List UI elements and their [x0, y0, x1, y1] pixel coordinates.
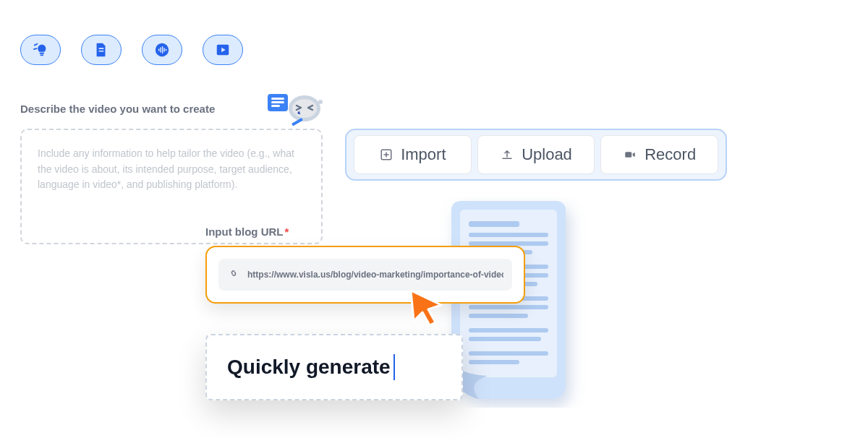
video-play-icon	[215, 42, 231, 58]
svg-rect-3	[98, 51, 103, 52]
record-button[interactable]: Record	[600, 135, 718, 174]
describe-prompt-label: Describe the video you want to create	[20, 103, 215, 115]
upload-button[interactable]: Upload	[477, 135, 595, 174]
svg-rect-39	[469, 360, 519, 364]
blog-url-input[interactable]: https://www.visla.us/blog/video-marketin…	[218, 259, 512, 291]
source-tabs	[20, 35, 243, 65]
svg-rect-37	[469, 337, 541, 341]
svg-rect-23	[625, 152, 631, 158]
svg-rect-9	[166, 49, 166, 51]
svg-rect-1	[41, 54, 44, 56]
tab-audio[interactable]	[142, 35, 182, 65]
audio-wave-icon	[154, 42, 170, 58]
svg-rect-15	[271, 105, 280, 107]
blog-url-input-card: https://www.visla.us/blog/video-marketin…	[205, 246, 525, 304]
svg-rect-34	[469, 305, 548, 309]
describe-placeholder: Include any information to help tailor t…	[38, 146, 305, 193]
generating-text: Quickly generate	[227, 356, 391, 379]
idea-lightbulb-icon	[33, 42, 48, 58]
record-camera-icon	[623, 147, 637, 162]
svg-rect-2	[98, 48, 103, 49]
import-plus-icon	[379, 147, 393, 162]
tab-document[interactable]	[81, 35, 122, 65]
upload-button-label: Upload	[522, 145, 572, 164]
document-icon	[93, 42, 109, 58]
record-button-label: Record	[644, 145, 696, 164]
import-button[interactable]: Import	[354, 135, 472, 174]
tab-idea[interactable]	[20, 35, 61, 65]
svg-rect-27	[469, 233, 548, 237]
svg-rect-36	[469, 328, 548, 332]
svg-rect-38	[469, 351, 548, 356]
svg-rect-13	[271, 98, 284, 100]
media-source-panel: Import Upload Record	[345, 129, 727, 181]
svg-rect-8	[163, 48, 164, 52]
svg-point-17	[292, 99, 317, 118]
blog-url-value: https://www.visla.us/blog/video-marketin…	[247, 270, 503, 280]
svg-rect-26	[469, 221, 519, 227]
svg-marker-24	[633, 153, 635, 157]
blog-url-label: Input blog URL*	[205, 226, 289, 238]
svg-rect-14	[271, 101, 284, 103]
svg-rect-5	[158, 48, 159, 51]
text-cursor	[393, 354, 395, 380]
cursor-pointer-icon	[407, 288, 446, 327]
required-asterisk: *	[284, 226, 289, 238]
generating-text-box: Quickly generate	[205, 334, 463, 400]
svg-rect-6	[160, 47, 161, 52]
upload-icon	[500, 147, 514, 162]
tab-video[interactable]	[203, 35, 243, 65]
svg-rect-7	[162, 46, 163, 53]
svg-rect-0	[40, 53, 44, 54]
import-button-label: Import	[401, 145, 446, 164]
svg-rect-35	[469, 314, 528, 318]
link-icon	[227, 267, 240, 283]
